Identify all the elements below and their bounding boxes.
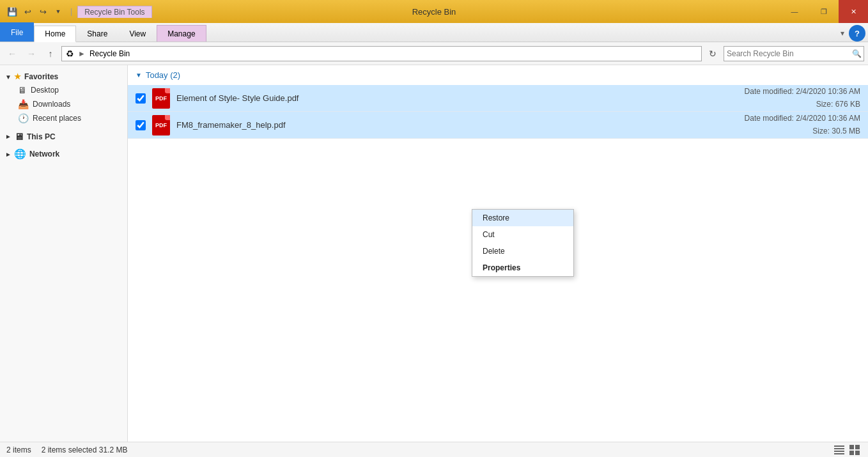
downloads-label: Downloads	[33, 100, 70, 109]
svg-rect-3	[834, 453, 844, 454]
title-bar: 💾 ↩ ↪ ▼ | Recycle Bin Tools Recycle Bin …	[0, 0, 868, 23]
minimize-button[interactable]: —	[780, 0, 809, 23]
favorites-arrow-icon: ▼	[5, 74, 12, 81]
network-icon: 🌐	[14, 148, 26, 160]
file-icon-1: PDF	[151, 115, 171, 136]
search-input[interactable]	[724, 49, 849, 58]
ribbon-right: ▾ ?	[836, 25, 868, 42]
ribbon-collapse-icon[interactable]: ▾	[836, 27, 849, 40]
file-name-0: Element of Style- Style Guide.pdf	[176, 93, 745, 103]
file-meta-1: Date modified: 2/4/2020 10:36 AM Size: 3…	[745, 112, 860, 137]
help-button[interactable]: ?	[849, 25, 865, 42]
sidebar-item-desktop[interactable]: 🖥 Desktop	[0, 83, 127, 97]
downloads-icon: 📥	[18, 99, 29, 109]
file-size-0: Size: 676 KB	[745, 98, 860, 111]
ribbon-tabs: File Home Share View Manage ▾ ?	[0, 23, 868, 42]
tab-home[interactable]: Home	[34, 26, 76, 42]
recent-places-icon: 🕐	[18, 113, 29, 123]
restore-button[interactable]: ❐	[809, 0, 839, 23]
selected-info: 2 items selected 31.2 MB	[42, 445, 128, 454]
tab-share[interactable]: Share	[76, 25, 118, 42]
this-pc-arrow-icon: ►	[5, 133, 12, 140]
context-menu-restore[interactable]: Restore	[472, 210, 573, 226]
favorites-section[interactable]: ▼ ★ Favorites	[0, 70, 127, 83]
address-path[interactable]: ♻ ► Recycle Bin	[61, 46, 702, 61]
svg-rect-7	[855, 451, 860, 455]
network-section[interactable]: ► 🌐 Network	[0, 146, 127, 162]
file-date-1: Date modified: 2/4/2020 10:36 AM	[745, 112, 860, 125]
group-label: Today (2)	[146, 70, 180, 80]
ribbon-tools-label: Recycle Bin Tools	[77, 6, 152, 18]
status-bar: 2 items 2 items selected 31.2 MB	[0, 442, 868, 457]
context-menu-properties[interactable]: Properties	[472, 259, 573, 276]
address-bar: ← → ↑ ♻ ► Recycle Bin ↻ 🔍	[0, 42, 868, 65]
file-date-0: Date modified: 2/4/2020 10:36 AM	[745, 86, 860, 98]
tab-manage[interactable]: Manage	[157, 25, 206, 42]
search-icon[interactable]: 🔍	[849, 47, 864, 61]
save-icon[interactable]: 💾	[5, 4, 19, 19]
favorites-label: Favorites	[24, 72, 58, 81]
svg-rect-6	[849, 451, 854, 455]
svg-rect-4	[849, 445, 854, 449]
group-collapse-arrow-icon: ▼	[136, 72, 142, 79]
file-item-1[interactable]: PDF FM8_framemaker_8_help.pdf Date modif…	[128, 112, 868, 139]
refresh-button[interactable]: ↻	[704, 46, 721, 61]
context-menu-delete[interactable]: Delete	[472, 243, 573, 259]
svg-rect-0	[834, 445, 844, 447]
context-menu: Restore Cut Delete Properties	[472, 209, 574, 277]
up-button[interactable]: ↑	[42, 46, 59, 61]
window-title: Recycle Bin	[412, 7, 456, 17]
breadcrumb-arrow: ►	[78, 49, 86, 58]
quick-access-toolbar: 💾 ↩ ↪ ▼	[5, 4, 65, 19]
this-pc-section[interactable]: ► 🖥 This PC	[0, 129, 127, 144]
main-layout: ▼ ★ Favorites 🖥 Desktop 📥 Downloads 🕐 Re…	[0, 65, 868, 442]
svg-rect-5	[855, 445, 860, 449]
svg-rect-1	[834, 448, 844, 449]
content-area: ▼ Today (2) PDF Element of Style- Style …	[128, 65, 868, 442]
sidebar-item-recent-places[interactable]: 🕐 Recent places	[0, 111, 127, 125]
back-button[interactable]: ←	[4, 46, 20, 61]
pdf-icon-0: PDF	[152, 88, 170, 109]
svg-rect-2	[834, 451, 844, 452]
search-box: 🔍	[724, 46, 864, 61]
network-label: Network	[29, 150, 59, 159]
file-checkbox-0[interactable]	[136, 93, 146, 104]
redo-icon[interactable]: ↪	[36, 4, 50, 19]
network-arrow-icon: ►	[5, 151, 12, 158]
file-meta-0: Date modified: 2/4/2020 10:36 AM Size: 6…	[745, 86, 860, 110]
tab-file[interactable]: File	[0, 22, 34, 42]
file-icon-0: PDF	[151, 88, 171, 109]
breadcrumb-label: Recycle Bin	[89, 49, 130, 58]
favorites-star-icon: ★	[14, 72, 21, 81]
sidebar-item-downloads[interactable]: 📥 Downloads	[0, 97, 127, 111]
context-menu-cut[interactable]: Cut	[472, 226, 573, 243]
sidebar: ▼ ★ Favorites 🖥 Desktop 📥 Downloads 🕐 Re…	[0, 65, 128, 442]
title-bar-left: 💾 ↩ ↪ ▼ | Recycle Bin Tools	[5, 4, 152, 19]
undo-icon[interactable]: ↩	[20, 4, 35, 19]
recycle-bin-path-icon: ♻	[66, 49, 74, 59]
this-pc-label: This PC	[27, 132, 56, 141]
desktop-label: Desktop	[31, 86, 59, 95]
file-size-1: Size: 30.5 MB	[745, 125, 860, 137]
close-button[interactable]: ✕	[839, 0, 868, 23]
file-name-1: FM8_framemaker_8_help.pdf	[176, 120, 745, 130]
desktop-icon: 🖥	[18, 85, 27, 95]
status-right	[832, 444, 862, 456]
qat-dropdown-icon[interactable]: ▼	[51, 4, 65, 19]
file-checkbox-1[interactable]	[136, 120, 146, 130]
status-left: 2 items 2 items selected 31.2 MB	[6, 445, 127, 454]
forward-button[interactable]: →	[23, 46, 40, 61]
file-item-0[interactable]: PDF Element of Style- Style Guide.pdf Da…	[128, 85, 868, 112]
tab-view[interactable]: View	[118, 25, 157, 42]
group-header-today[interactable]: ▼ Today (2)	[128, 65, 868, 85]
window-controls: — ❐ ✕	[780, 0, 868, 23]
view-tiles-button[interactable]	[848, 444, 862, 456]
recent-places-label: Recent places	[33, 114, 81, 123]
this-pc-icon: 🖥	[14, 131, 24, 142]
view-details-button[interactable]	[832, 444, 846, 456]
item-count: 2 items	[6, 445, 31, 454]
pdf-icon-1: PDF	[152, 115, 170, 136]
